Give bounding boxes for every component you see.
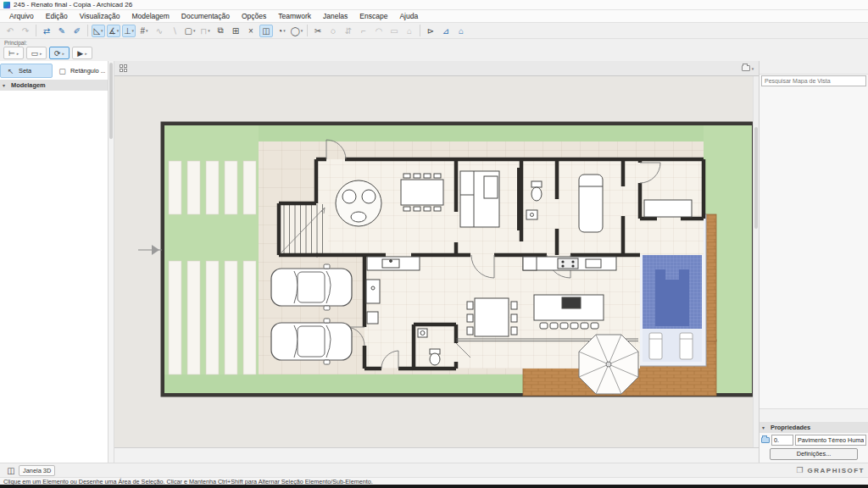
- properties-header[interactable]: Propriedades: [760, 422, 868, 433]
- tab-list-button[interactable]: [737, 61, 759, 75]
- magic-wand-icon[interactable]: ∿: [153, 25, 166, 37]
- menu-edição[interactable]: Edição: [40, 10, 74, 22]
- principal-buttons: ⊢▭⟳▶: [3, 47, 92, 59]
- menu-arquivo[interactable]: Arquivo: [3, 10, 40, 22]
- view-name-field[interactable]: [795, 435, 866, 446]
- undo-icon[interactable]: ↶: [3, 25, 17, 37]
- window-stack-icon: ❐: [796, 466, 803, 474]
- suspend-groups-icon[interactable]: ⊞: [229, 25, 242, 37]
- geometry-method-button[interactable]: ▭: [26, 47, 47, 59]
- principal-label: Principal:: [4, 40, 27, 46]
- navigator-search: [761, 75, 866, 88]
- elevation-edit-icon[interactable]: ⌂: [403, 25, 416, 37]
- stretch-icon[interactable]: ⇵: [342, 25, 355, 37]
- fillet-icon[interactable]: ⌐: [357, 25, 370, 37]
- tab-overview-icon: [120, 64, 127, 72]
- marquee-options-icon[interactable]: ▢: [183, 25, 197, 37]
- floor-plan: [114, 76, 759, 447]
- rotate-method-button[interactable]: ⟳: [49, 47, 70, 59]
- tool-seta[interactable]: ↖Seta: [0, 64, 53, 78]
- navigator-header: [760, 61, 868, 75]
- tool-label: Seta: [19, 67, 31, 75]
- ret-ngulo--icon: ▢: [57, 67, 68, 75]
- quick-options-bar: [114, 447, 759, 463]
- menu-janelas[interactable]: Janelas: [317, 10, 353, 22]
- menu-documentação[interactable]: Documentação: [175, 10, 236, 22]
- toolbox-palette: ↖Seta▢Retângulo ...Modelagem: [0, 61, 108, 463]
- tab-bar: [114, 61, 759, 76]
- wall-reference-button[interactable]: ⊢: [3, 47, 24, 59]
- pane-toggle-icon[interactable]: ◫: [4, 464, 18, 477]
- menu-teamwork[interactable]: Teamwork: [272, 10, 317, 22]
- status-bar: Clique em um Elemento ou Desenhe uma Áre…: [0, 477, 868, 485]
- tool-ret-ngulo-[interactable]: ▢Retângulo ...: [53, 64, 105, 78]
- brand-area: ❐ GRAPHISOFT: [796, 466, 865, 474]
- split-icon[interactable]: ✂: [311, 25, 325, 37]
- flag-icon[interactable]: ⊳: [424, 25, 437, 37]
- home-story-icon[interactable]: ⌂: [454, 25, 468, 37]
- frame-icon[interactable]: ◫: [259, 25, 273, 37]
- pick-up-parameters-icon[interactable]: ✎: [55, 25, 69, 37]
- guide-lines-icon[interactable]: ◺: [92, 25, 105, 37]
- properties-title: Propriedades: [771, 424, 810, 431]
- canvas-scrollbar[interactable]: [753, 76, 759, 447]
- explode-icon[interactable]: ×: [244, 25, 258, 37]
- menu-ajuda[interactable]: Ajuda: [393, 10, 424, 22]
- principal-toolbar: Principal: ⊢▭⟳▶: [0, 39, 868, 61]
- menu-bar: ArquivoEdiçãoVisualizaçãoModelagemDocume…: [0, 10, 868, 23]
- folder-icon: [742, 65, 750, 71]
- archicad-window: 245 - Renato final - Copia - Archicad 26…: [0, 0, 868, 488]
- properties-body: Definições...: [760, 433, 868, 463]
- taskbar-strip: [0, 485, 868, 488]
- resize-icon[interactable]: ▭: [387, 25, 401, 37]
- graphisoft-logo: GRAPHISOFT: [808, 467, 865, 474]
- toolbox-row: ↖Seta▢Retângulo ...: [0, 64, 108, 78]
- toolbar-separator: [307, 25, 308, 36]
- group-icon[interactable]: ⧉: [214, 25, 227, 37]
- app-icon: [3, 2, 10, 8]
- seta-icon: ↖: [5, 67, 16, 75]
- section-modelagem[interactable]: Modelagem: [0, 80, 108, 91]
- grid-snap-icon[interactable]: #: [137, 25, 151, 37]
- story-icon: [761, 437, 770, 443]
- standard-toolbar: ↶↷⇄✎✐◺∡⊥#∿∖▢⊓⧉⊞×◫◔◯✂◌⇵⌐◠▭⌂⊳⊿⌂: [0, 23, 868, 39]
- sun-study-icon[interactable]: ◯: [290, 25, 303, 37]
- window-title: 245 - Renato final - Copia - Archicad 26: [14, 1, 132, 8]
- menu-modelagem[interactable]: Modelagem: [125, 10, 175, 22]
- menu-visualização[interactable]: Visualização: [74, 10, 126, 22]
- section-title: Modelagem: [11, 81, 46, 89]
- settings-button[interactable]: Definições...: [770, 448, 858, 460]
- tool-label: Retângulo ...: [70, 67, 105, 75]
- gravity-icon[interactable]: ⊥: [122, 25, 136, 37]
- toolbar-separator: [36, 25, 36, 36]
- menu-opções[interactable]: Opções: [236, 10, 272, 22]
- toolbar-separator: [420, 25, 420, 36]
- search-input[interactable]: [761, 75, 866, 86]
- orbit-icon[interactable]: ◔: [275, 25, 288, 37]
- trace-reference-icon[interactable]: ∖: [168, 25, 181, 37]
- tab-overview-button[interactable]: [114, 61, 131, 75]
- bottom-toolbar: ◫ Janela 3D ❐ GRAPHISOFT: [0, 463, 868, 477]
- main-area: ↖Seta▢Retângulo ...Modelagem: [0, 61, 868, 463]
- navigator-actions: [760, 408, 868, 422]
- 3d-window-button[interactable]: Janela 3D: [19, 465, 55, 476]
- arc-edit-icon[interactable]: ◠: [372, 25, 386, 37]
- view-id-field[interactable]: [771, 435, 793, 446]
- patio-umbrella: [579, 335, 638, 394]
- arrow-tool-button[interactable]: ▶: [72, 47, 92, 59]
- toolbox-scrollbar[interactable]: [108, 61, 114, 463]
- parameter-transfer-icon[interactable]: ⇄: [40, 25, 53, 37]
- center-area: [114, 61, 759, 463]
- inject-parameters-icon[interactable]: ✐: [70, 25, 84, 37]
- flag-fill-icon[interactable]: ⊿: [439, 25, 453, 37]
- lock-icon[interactable]: ⊓: [198, 25, 212, 37]
- title-bar: 245 - Renato final - Copia - Archicad 26: [0, 0, 868, 10]
- adjust-icon[interactable]: ◌: [326, 25, 340, 37]
- toolbar-separator: [87, 25, 88, 36]
- menu-enscape[interactable]: Enscape: [353, 10, 393, 22]
- view-map-tree: [760, 89, 868, 408]
- redo-icon[interactable]: ↷: [19, 25, 32, 37]
- snap-guides-icon[interactable]: ∡: [107, 25, 120, 37]
- floor-plan-canvas[interactable]: [114, 76, 759, 447]
- navigator-panel: Propriedades Definições...: [759, 61, 868, 463]
